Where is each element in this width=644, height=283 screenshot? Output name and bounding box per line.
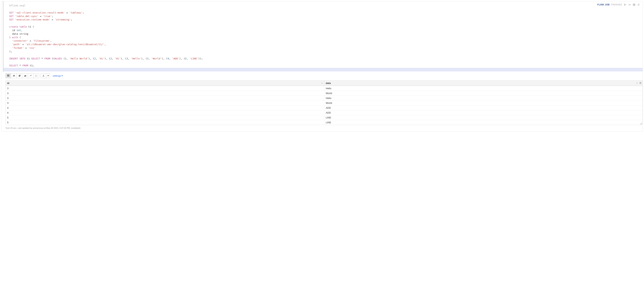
download-button-group	[41, 73, 50, 78]
code-line: SELECT * FROM t1;	[9, 64, 639, 68]
line-chart-icon	[30, 74, 32, 77]
code-line	[9, 22, 639, 25]
column-label: data	[326, 82, 331, 85]
cell-data: LINE	[324, 115, 642, 120]
cell-data: World	[324, 91, 642, 96]
notebook-cell: FLINK JOB FINISHED %flink.ssql SET 'sql-…	[0, 0, 644, 133]
chevron-down-icon[interactable]	[636, 82, 638, 85]
cell-data: ADD	[324, 110, 642, 115]
code-editor[interactable]: %flink.ssql SET 'sql-client.execution.re…	[3, 1, 643, 72]
download-button[interactable]	[41, 73, 46, 78]
cell-id: 3	[6, 96, 324, 100]
code-line: 'format' = 'csv'	[9, 46, 639, 50]
download-icon	[42, 74, 45, 77]
code-line: SET 'sql-client.execution.result-mode' =…	[9, 11, 639, 15]
bar-chart-button[interactable]	[11, 73, 17, 78]
svg-point-15	[36, 75, 36, 75]
area-chart-button[interactable]	[22, 73, 28, 78]
code-line	[9, 61, 639, 64]
code-line	[9, 53, 639, 57]
code-line: ) with (	[9, 36, 639, 39]
bar-chart-icon	[12, 74, 15, 77]
cell-id: 5	[6, 115, 324, 120]
svg-rect-12	[14, 75, 14, 76]
column-label: id	[7, 82, 9, 85]
cell-id: 3	[6, 91, 324, 96]
caret-down-icon	[48, 75, 49, 76]
column-menu-icon[interactable]	[639, 82, 642, 85]
result-table: id data 3H	[6, 80, 643, 125]
svg-point-14	[36, 76, 36, 76]
cell-data: ADD	[324, 105, 642, 110]
result-toolbar: settings	[1, 72, 643, 80]
cell-data: Hello	[324, 86, 642, 91]
cell-id: 3	[6, 86, 324, 91]
code-line: INSERT INTO t1 SELECT * FROM (VALUES (1,…	[9, 57, 639, 61]
cell-inner: FLINK JOB FINISHED %flink.ssql SET 'sql-…	[1, 1, 643, 132]
code-line: SET 'table.dml-sync' = 'true';	[9, 15, 639, 18]
table-row[interactable]: 5LINE	[6, 120, 642, 125]
pie-chart-button[interactable]	[17, 73, 22, 78]
chevron-down-icon[interactable]	[321, 82, 323, 85]
code-line: create table t1 (	[9, 25, 639, 29]
caret-down-icon	[62, 75, 63, 76]
cell-data: LINE	[324, 120, 642, 125]
interpreter-hint: %flink.ssql	[9, 4, 639, 8]
settings-label: settings	[53, 74, 61, 77]
cell-id: 4	[6, 110, 324, 115]
cell-data: World	[324, 100, 642, 105]
table-header-row: id data	[6, 81, 642, 86]
column-header-data[interactable]: data	[324, 81, 642, 86]
resize-handle[interactable]	[640, 122, 642, 125]
svg-point-17	[37, 75, 37, 75]
code-line: 'connector' = 'filesystem',	[9, 39, 639, 43]
code-line: data string	[9, 32, 639, 36]
table-row[interactable]: 4ADD	[6, 110, 642, 115]
download-menu-button[interactable]	[46, 73, 50, 78]
svg-rect-6	[7, 75, 9, 76]
table-row[interactable]: 3Hello	[6, 96, 642, 100]
code-line: );	[9, 50, 639, 53]
scatter-chart-button[interactable]	[34, 73, 39, 78]
viz-button-group	[6, 73, 39, 78]
code-line: id int,	[9, 29, 639, 32]
table-row[interactable]: 5LINE	[6, 115, 642, 120]
settings-link[interactable]: settings	[53, 74, 63, 77]
table-row[interactable]: 3World	[6, 91, 642, 96]
cell-data: Hello	[324, 96, 642, 100]
svg-rect-11	[13, 76, 13, 77]
line-chart-button[interactable]	[28, 73, 34, 78]
execution-status: Took 20 sec. Last updated by anonymous a…	[1, 126, 643, 131]
cursor-line	[4, 68, 643, 71]
table-row[interactable]: 3Hello	[6, 86, 642, 91]
table-row[interactable]: 4ADD	[6, 105, 642, 110]
code-line: SET 'execution.runtime-mode' = 'streamin…	[9, 18, 639, 22]
cell-id: 5	[6, 120, 324, 125]
table-icon	[7, 74, 10, 77]
area-chart-icon	[24, 74, 26, 77]
cell-id: 4	[6, 105, 324, 110]
pie-chart-icon	[18, 74, 21, 77]
cell-id: 3	[6, 100, 324, 105]
table-view-button[interactable]	[6, 73, 11, 78]
table-row[interactable]: 3World	[6, 100, 642, 105]
code-line: 'path' = 's3://dbsamrat-emr-dev/glue-cat…	[9, 43, 639, 46]
column-header-id[interactable]: id	[6, 81, 324, 86]
svg-point-16	[36, 76, 37, 76]
svg-rect-13	[14, 75, 14, 76]
scatter-chart-icon	[35, 74, 38, 77]
